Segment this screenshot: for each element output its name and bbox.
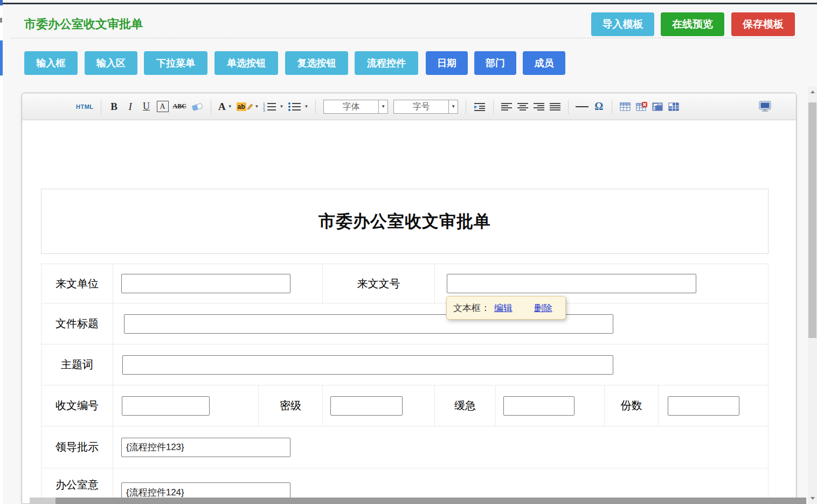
bottom-window-edge-light	[30, 498, 56, 504]
scroll-up-button[interactable]	[808, 87, 817, 96]
edge-text-fragment	[0, 18, 2, 23]
window-top-edge	[3, 3, 817, 4]
form-title: 市委办公室收文审批单	[319, 210, 491, 233]
table-row: 文件标题	[41, 303, 768, 344]
security-input[interactable]	[330, 396, 403, 416]
add-checkbox-button[interactable]: 复选按钮	[285, 51, 348, 75]
align-right-icon[interactable]	[533, 99, 545, 115]
insert-table-icon[interactable]	[619, 99, 631, 115]
table-row: 来文单位 来文文号	[41, 264, 768, 303]
table-row: 收文编号 密级 缓急 份数	[41, 385, 768, 426]
edge-blue-header-fragment	[0, 0, 3, 5]
form-title-box: 市委办公室收文审批单	[41, 189, 768, 254]
textbox-control-tooltip: 文本框： 编辑 删除	[446, 296, 566, 320]
leader-note-input[interactable]	[121, 438, 290, 457]
font-size-select[interactable]: 字号 ▼	[393, 100, 458, 114]
font-size-dropdown-arrow[interactable]: ▼	[448, 100, 458, 113]
tooltip-label: 文本框：	[453, 302, 490, 314]
form-table: 来文单位 来文文号 文件标题 主题词 收文编号	[41, 264, 768, 503]
table-row: 领导批示	[41, 426, 768, 468]
label-source-unit: 来文单位	[41, 264, 113, 303]
add-input-box-button[interactable]: 输入框	[24, 51, 78, 75]
scroll-down-button[interactable]	[808, 494, 817, 503]
table-properties-icon[interactable]	[652, 99, 663, 115]
ordered-list-icon[interactable]: 123 ▼	[263, 99, 283, 115]
tooltip-edit-link[interactable]: 编辑	[494, 302, 513, 314]
keywords-input[interactable]	[122, 355, 613, 375]
bottom-window-edge	[56, 498, 806, 504]
save-template-button[interactable]: 保存模板	[731, 12, 795, 36]
align-center-icon[interactable]	[517, 99, 529, 115]
editor-document[interactable]: 市委办公室收文审批单 来文单位 来文文号 文件标题 主题词	[22, 120, 796, 503]
rich-text-editor: HTML B I U A ABC A▼ ab ▼ 123 ▼ ▼	[22, 93, 797, 504]
italic-icon[interactable]: I	[124, 99, 136, 115]
edge-blue-button-fragment	[0, 40, 3, 75]
font-family-dropdown-arrow[interactable]: ▼	[378, 100, 387, 113]
table-row: 主题词	[41, 344, 768, 385]
urgency-input[interactable]	[503, 396, 574, 416]
add-flow-control-button[interactable]: 流程控件	[355, 51, 418, 75]
fullscreen-preview-icon[interactable]	[758, 99, 772, 115]
font-family-select[interactable]: 字体 ▼	[323, 100, 388, 114]
cell-properties-icon[interactable]	[668, 99, 680, 115]
page-title: 市委办公室收文审批单	[24, 16, 143, 32]
html-source-icon[interactable]: HTML	[76, 99, 94, 115]
bold-icon[interactable]: B	[108, 99, 120, 115]
add-input-area-button[interactable]: 输入区	[85, 51, 137, 75]
source-number-input[interactable]	[447, 274, 696, 293]
add-date-button[interactable]: 日期	[426, 51, 468, 75]
label-source-number: 来文文号	[323, 264, 435, 303]
font-color-icon[interactable]: A▼	[218, 99, 232, 115]
add-member-button[interactable]: 成员	[523, 51, 565, 75]
add-dropdown-button[interactable]: 下拉菜单	[144, 51, 207, 75]
screen: 市委办公室收文审批单 导入模板 在线预览 保存模板 输入框 输入区 下拉菜单 单…	[0, 0, 817, 504]
label-leader-note: 领导批示	[41, 426, 113, 468]
horizontal-rule-icon[interactable]	[576, 99, 588, 115]
header-divider	[11, 38, 796, 38]
highlight-color-icon[interactable]: ab ▼	[237, 99, 259, 115]
align-left-icon[interactable]	[501, 99, 513, 115]
add-radio-button[interactable]: 单选按钮	[214, 51, 278, 75]
delete-table-icon[interactable]	[635, 99, 647, 115]
format-box-icon[interactable]: A	[157, 101, 169, 112]
editor-toolbar: HTML B I U A ABC A▼ ab ▼ 123 ▼ ▼	[22, 93, 796, 120]
label-copies: 份数	[605, 385, 659, 426]
label-security: 密级	[259, 385, 323, 426]
label-receipt-number: 收文编号	[41, 385, 113, 426]
tooltip-delete-link[interactable]: 删除	[534, 302, 552, 314]
strikethrough-icon[interactable]: ABC	[173, 99, 186, 115]
online-preview-button[interactable]: 在线预览	[661, 12, 724, 36]
vertical-scrollbar[interactable]	[808, 86, 817, 504]
align-justify-icon[interactable]	[549, 99, 561, 115]
remove-format-eraser-icon[interactable]	[191, 99, 204, 115]
label-urgency: 缓急	[435, 385, 496, 426]
unordered-list-icon[interactable]: ▼	[288, 99, 308, 115]
copies-input[interactable]	[668, 396, 739, 416]
left-page-edge	[0, 0, 3, 504]
special-char-icon[interactable]: Ω	[593, 99, 605, 115]
scrollbar-thumb[interactable]	[808, 102, 816, 338]
svg-text:3: 3	[263, 108, 265, 112]
label-doc-title: 文件标题	[41, 303, 113, 344]
indent-icon[interactable]	[473, 99, 486, 115]
add-department-button[interactable]: 部门	[474, 51, 516, 75]
label-keywords: 主题词	[41, 344, 113, 385]
underline-icon[interactable]: U	[141, 99, 153, 115]
import-template-button[interactable]: 导入模板	[591, 12, 654, 36]
source-unit-input[interactable]	[121, 274, 290, 293]
receipt-number-input[interactable]	[122, 396, 210, 416]
